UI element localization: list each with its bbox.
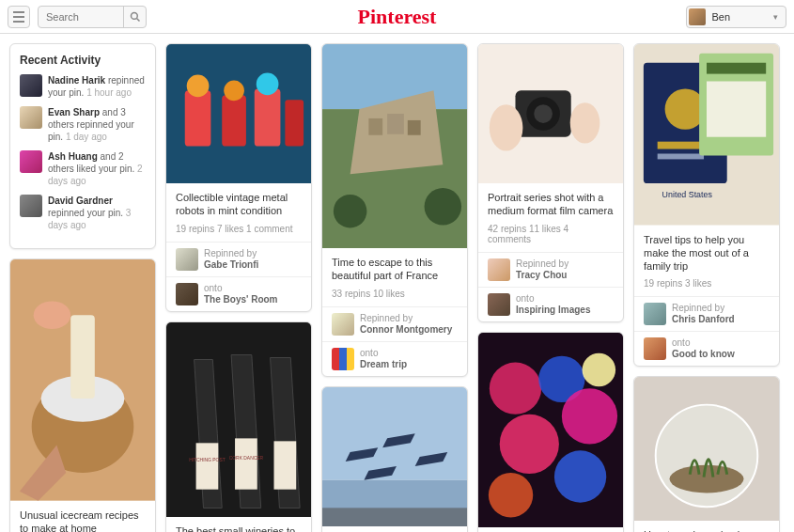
activity-item[interactable]: Nadine Harik repinned your pin. 1 hour a… [20, 74, 146, 99]
svg-rect-21 [322, 44, 467, 109]
pin-meta[interactable]: ontoGood to know [634, 331, 779, 366]
pin-stats: 19 repins 3 likes [644, 278, 770, 289]
svg-point-48 [489, 473, 533, 517]
pin-title: Unusual icecream recipes to make at home [20, 509, 146, 532]
avatar [644, 303, 666, 325]
svg-text:United States: United States [662, 190, 713, 199]
pin-card[interactable]: How to make a simple terrarium for your … [633, 376, 780, 532]
svg-text:CORK DANCER: CORK DANCER [229, 456, 264, 461]
svg-point-49 [583, 352, 616, 386]
svg-rect-56 [707, 63, 766, 74]
pin-title: How to make a simple terrarium for your … [644, 528, 770, 532]
svg-point-45 [562, 388, 617, 444]
svg-rect-25 [387, 114, 404, 134]
svg-rect-29 [322, 387, 467, 480]
menu-button[interactable] [8, 6, 30, 28]
svg-rect-24 [368, 118, 382, 135]
pin-image [322, 387, 467, 526]
svg-point-0 [131, 12, 137, 19]
pin-image: HITCHING POSTCORK DANCER [166, 322, 311, 517]
svg-point-40 [490, 104, 523, 150]
header: Pinterest Ben ▾ [0, 0, 794, 34]
pin-title: Portrait series shot with a medium forma… [488, 191, 614, 218]
svg-point-6 [34, 301, 70, 329]
pin-meta[interactable]: ontoInspiring Images [478, 287, 623, 321]
user-name: Ben [711, 11, 730, 23]
svg-point-11 [224, 80, 244, 101]
user-menu[interactable]: Ben ▾ [686, 6, 786, 28]
pin-grid: Recent Activity Nadine Harik repinned yo… [0, 34, 794, 532]
svg-point-13 [257, 73, 279, 96]
pin-image [166, 44, 311, 183]
pin-stats: 33 repins 10 likes [332, 289, 458, 299]
svg-rect-8 [185, 90, 211, 146]
search-icon[interactable] [123, 7, 146, 27]
pin-title: Travel tips to help you make the most ou… [644, 233, 770, 274]
pin-image [478, 44, 623, 183]
pin-meta[interactable]: ontoDream trip [322, 341, 467, 376]
pin-image: United States [634, 44, 779, 226]
svg-point-27 [334, 195, 367, 228]
svg-point-39 [534, 104, 553, 123]
pin-meta[interactable]: Repinned byTracy Chou [478, 252, 623, 287]
svg-point-47 [554, 450, 606, 502]
svg-point-28 [425, 188, 461, 225]
svg-rect-14 [285, 100, 304, 146]
svg-rect-10 [222, 95, 246, 146]
search-input[interactable] [39, 11, 123, 23]
svg-rect-57 [707, 81, 766, 136]
pin-image [634, 377, 779, 521]
svg-point-62 [670, 465, 744, 493]
pin-card[interactable]: Portrait series shot with a medium forma… [477, 43, 624, 322]
avatar [488, 258, 510, 281]
svg-rect-35 [322, 508, 467, 526]
svg-point-41 [570, 102, 600, 143]
pin-meta[interactable]: Repinned byConnor Montgomery [322, 306, 467, 341]
pin-card[interactable]: Collectible vintage metal robots in mint… [165, 43, 312, 312]
avatar [20, 106, 42, 129]
svg-rect-54 [658, 153, 704, 159]
board-thumb [332, 348, 354, 370]
svg-point-46 [500, 415, 559, 474]
pin-image [10, 259, 155, 501]
pin-meta[interactable]: ontoThe Boys' Room [166, 276, 311, 311]
pin-image [478, 333, 623, 527]
svg-rect-12 [255, 88, 281, 146]
logo[interactable]: Pinterest [358, 5, 437, 29]
activity-item[interactable]: Evan Sharp and 3 others repinned your pi… [20, 106, 146, 143]
board-thumb [644, 337, 666, 360]
avatar [20, 74, 42, 97]
avatar [176, 248, 198, 271]
pin-card[interactable]: Blue Angels flying over Seattle [321, 386, 468, 532]
pin-image [322, 44, 467, 248]
recent-activity-card: Recent Activity Nadine Harik repinned yo… [9, 43, 156, 249]
pin-meta[interactable]: Repinned byChris Danford [634, 296, 779, 331]
avatar [689, 8, 706, 25]
pin-meta[interactable]: Repinned byGabe Trionfi [166, 242, 311, 276]
svg-rect-5 [70, 315, 95, 399]
activity-item[interactable]: David Gardner repinned your pin. 3 days … [20, 195, 146, 231]
svg-rect-16 [196, 443, 219, 489]
avatar [20, 150, 42, 173]
svg-point-9 [187, 75, 210, 98]
pin-stats: 19 repins 7 likes 1 comment [176, 224, 302, 234]
pin-card[interactable]: HITCHING POSTCORK DANCER The best small … [165, 321, 312, 532]
svg-text:HITCHING POST: HITCHING POST [189, 458, 226, 462]
pin-title: The best small wineries to visit [176, 524, 302, 532]
svg-rect-18 [274, 441, 297, 489]
pin-card[interactable]: Unusual icecream recipes to make at home… [9, 258, 156, 532]
pin-card[interactable]: Time to escape to this beautiful part of… [321, 43, 468, 377]
search-box [38, 6, 147, 28]
pin-title: Time to escape to this beautiful part of… [332, 256, 458, 283]
avatar [332, 313, 354, 336]
activity-heading: Recent Activity [20, 54, 146, 67]
svg-rect-26 [408, 120, 421, 135]
pin-card[interactable]: Artists series exploring city lights [477, 332, 624, 532]
board-thumb [176, 283, 198, 305]
pin-card[interactable]: United States Travel tips to help you ma… [633, 43, 780, 367]
pin-title: Collectible vintage metal robots in mint… [176, 191, 302, 218]
chevron-down-icon: ▾ [773, 12, 778, 22]
avatar [20, 195, 42, 217]
activity-item[interactable]: Ash Huang and 2 others liked your pin. 2… [20, 150, 146, 187]
pin-stats: 42 repins 11 likes 4 comments [488, 224, 614, 244]
